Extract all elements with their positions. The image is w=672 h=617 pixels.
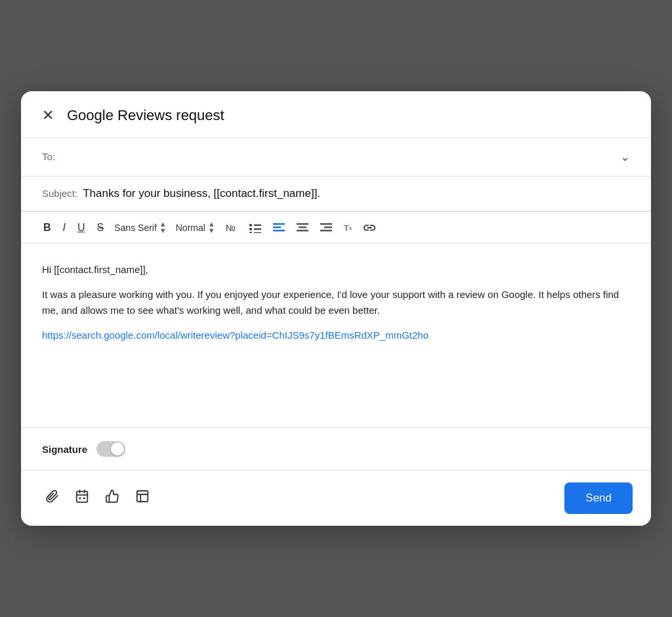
- subject-value: Thanks for your business, [[contact.firs…: [83, 187, 320, 200]
- font-family-label: Sans Serif: [114, 223, 157, 233]
- formatting-toolbar: B I U S Sans Serif ▲ ▼ Normal ▲ ▼ №: [21, 211, 651, 244]
- ordered-list-button[interactable]: №: [222, 220, 242, 236]
- align-center-button[interactable]: [293, 220, 312, 236]
- attach-button[interactable]: [39, 484, 64, 513]
- signature-label: Signature: [42, 444, 87, 455]
- modal-title: Google Reviews request: [67, 107, 224, 124]
- review-link[interactable]: https://search.google.com/local/writerev…: [42, 330, 429, 341]
- font-family-arrows: ▲ ▼: [159, 221, 167, 234]
- close-icon[interactable]: ✕: [42, 108, 54, 123]
- underline-button[interactable]: U: [74, 219, 89, 236]
- svg-rect-18: [79, 498, 81, 500]
- to-label: To:: [42, 151, 60, 162]
- clear-format-button[interactable]: Tx: [340, 220, 356, 236]
- svg-rect-17: [77, 492, 88, 503]
- svg-point-3: [249, 228, 252, 230]
- thumbsup-button[interactable]: [100, 484, 125, 513]
- svg-rect-4: [254, 228, 261, 230]
- email-compose-modal: ✕ Google Reviews request To: ⌄ Subject: …: [21, 91, 651, 526]
- svg-rect-11: [299, 226, 306, 228]
- svg-rect-8: [273, 226, 281, 228]
- bold-button[interactable]: B: [39, 219, 55, 236]
- font-family-select[interactable]: Sans Serif ▲ ▼: [112, 219, 169, 237]
- subject-label: Subject:: [42, 188, 77, 199]
- strikethrough-button[interactable]: S: [93, 219, 108, 236]
- svg-point-5: [249, 232, 252, 233]
- email-body[interactable]: Hi [[contact.first_name]], It was a plea…: [21, 244, 651, 427]
- signature-toggle[interactable]: [96, 441, 125, 457]
- body-paragraph1: It was a pleasure working with you. If y…: [42, 287, 630, 318]
- bottom-bar: Send: [21, 471, 651, 526]
- svg-rect-7: [273, 223, 285, 225]
- body-link: https://search.google.com/local/writerev…: [42, 328, 630, 343]
- svg-rect-9: [273, 230, 285, 232]
- font-size-arrows: ▲ ▼: [208, 221, 215, 234]
- svg-rect-13: [320, 223, 332, 225]
- modal-header: ✕ Google Reviews request: [21, 91, 651, 137]
- signature-row: Signature: [21, 428, 651, 470]
- body-greeting: Hi [[contact.first_name]],: [42, 262, 630, 278]
- svg-rect-19: [83, 498, 85, 500]
- svg-rect-2: [254, 224, 261, 226]
- toggle-thumb: [111, 442, 124, 456]
- svg-rect-12: [297, 230, 308, 232]
- font-size-label: Normal: [176, 223, 205, 233]
- align-right-button[interactable]: [316, 220, 336, 236]
- svg-rect-6: [254, 232, 261, 233]
- svg-point-1: [249, 224, 252, 226]
- to-row: To: ⌄: [21, 138, 651, 176]
- align-left-button[interactable]: [269, 220, 289, 236]
- send-button[interactable]: Send: [564, 482, 633, 514]
- italic-button[interactable]: I: [59, 219, 70, 236]
- svg-rect-14: [324, 226, 332, 228]
- subject-row: Subject: Thanks for your business, [[con…: [21, 177, 651, 211]
- calendar-button[interactable]: [70, 484, 94, 513]
- unordered-list-button[interactable]: [245, 220, 265, 236]
- to-input[interactable]: [66, 151, 615, 162]
- font-size-select[interactable]: Normal ▲ ▼: [173, 219, 218, 237]
- link-button[interactable]: [360, 220, 379, 236]
- svg-rect-20: [137, 491, 148, 502]
- svg-text:№: №: [226, 223, 236, 233]
- svg-rect-10: [297, 223, 308, 225]
- template-button[interactable]: [130, 484, 155, 513]
- chevron-down-icon[interactable]: ⌄: [620, 150, 630, 164]
- svg-rect-15: [320, 230, 332, 232]
